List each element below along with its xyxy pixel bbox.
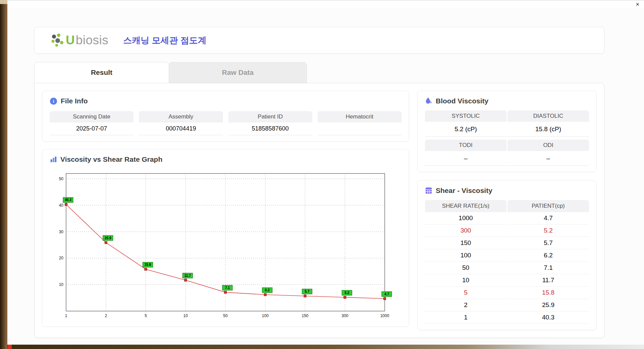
svg-text:1000: 1000 <box>380 313 389 318</box>
blood-viscosity-grid: SYSTOLICDIASTOLIC5.2 (cP)15.8 (cP)TODIOD… <box>425 110 589 166</box>
svg-text:4.7: 4.7 <box>384 292 389 296</box>
svg-text:5.7: 5.7 <box>305 290 310 293</box>
tab-result[interactable]: Result <box>34 62 169 83</box>
svg-text:10: 10 <box>183 313 188 318</box>
patient-cell: 4.7 <box>507 212 589 225</box>
logo-dots-icon <box>50 33 65 48</box>
table-row: 507.1 <box>425 262 589 274</box>
tab-bar: Result Raw Data <box>34 62 604 83</box>
bv-value-row: –– <box>425 151 589 166</box>
patient-cell: 5.7 <box>507 237 589 249</box>
bv-value-todi: – <box>425 151 506 166</box>
svg-text:50: 50 <box>59 177 64 181</box>
svg-text:i: i <box>53 99 54 104</box>
shear-rate-cell: 300 <box>425 225 506 237</box>
result-panel: i File Info Scanning Date2025-07-07Assem… <box>34 83 604 338</box>
desktop-edge-left <box>0 4 7 349</box>
desktop-edge-bottom <box>7 345 644 349</box>
field-value <box>318 122 401 135</box>
svg-text:100: 100 <box>262 313 269 318</box>
shear-viscosity-title: Shear - Viscosity <box>436 187 492 195</box>
droplet-icon <box>425 97 432 105</box>
logo-text-biosis: biosis <box>76 33 109 47</box>
ubiosis-logo: Ubiosis <box>50 33 108 48</box>
field-label: Scanning Date <box>50 111 133 122</box>
graph-card: Viscosity vs Shear Rate Graph 1020304050… <box>42 149 409 327</box>
table-row: 1006.2 <box>425 249 589 262</box>
blood-viscosity-card: Blood Viscosity SYSTOLICDIASTOLIC5.2 (cP… <box>417 91 597 172</box>
svg-text:25.9: 25.9 <box>105 236 111 240</box>
svg-text:30: 30 <box>59 230 64 234</box>
tab-raw-data[interactable]: Raw Data <box>169 62 307 83</box>
shear-viscosity-card: Shear - Viscosity SHEAR RATE(1/s)PATIENT… <box>417 180 597 330</box>
page-title: 스캐닝 모세관 점도계 <box>123 35 206 46</box>
shear-rate-cell: 5 <box>425 287 506 299</box>
viscosity-chart-svg: 10203040501251050100150300100040.325.915… <box>51 167 400 319</box>
bv-value-diastolic: 15.8 (cP) <box>507 122 589 137</box>
patient-cell: 11.7 <box>507 274 589 287</box>
shear-viscosity-header: Shear - Viscosity <box>425 187 589 195</box>
bv-label-row: TODIODI <box>425 140 589 151</box>
field-value: 000704419 <box>139 122 223 135</box>
table-header-row: SHEAR RATE(1/s)PATIENT(cp) <box>425 200 589 212</box>
desktop-artifact <box>8 345 12 349</box>
bv-value-row: 5.2 (cP)15.8 (cP) <box>425 122 589 137</box>
table-row: 1011.7 <box>425 274 589 287</box>
patient-cell: 40.3 <box>507 311 589 324</box>
column-header-patient-cp: PATIENT(cp) <box>507 200 589 212</box>
field-label: Patient ID <box>228 111 312 122</box>
graph-header: Viscosity vs Shear Rate Graph <box>50 155 401 163</box>
bv-label-todi: TODI <box>425 140 506 151</box>
svg-text:1: 1 <box>65 313 67 318</box>
shear-rate-cell: 100 <box>425 249 506 262</box>
file-info-card: i File Info Scanning Date2025-07-07Assem… <box>42 91 409 142</box>
table-row: 3005.2 <box>425 225 589 237</box>
bv-value-odi: – <box>507 151 589 166</box>
file-info-field-patient-id: Patient ID51858587600 <box>228 111 312 135</box>
bv-label-diastolic: DIASTOLIC <box>507 110 589 122</box>
patient-cell: 25.9 <box>507 299 589 311</box>
bv-value-systolic: 5.2 (cP) <box>425 122 506 137</box>
svg-text:50: 50 <box>223 313 228 318</box>
file-info-field-assembly: Assembly000704419 <box>139 111 223 135</box>
file-info-fields: Scanning Date2025-07-07Assembly000704419… <box>50 111 401 135</box>
field-label: Hematocrit <box>318 111 401 122</box>
shear-rate-cell: 1 <box>425 311 506 324</box>
table-icon <box>425 187 432 194</box>
field-label: Assembly <box>139 111 223 122</box>
info-icon: i <box>50 97 57 105</box>
table-row: 140.3 <box>425 311 589 324</box>
field-value: 2025-07-07 <box>50 122 133 135</box>
desktop-edge-corner <box>0 0 7 4</box>
patient-cell: 6.2 <box>507 249 589 262</box>
svg-text:150: 150 <box>302 313 308 318</box>
svg-text:300: 300 <box>341 313 348 318</box>
svg-text:5: 5 <box>145 313 147 318</box>
file-info-title: File Info <box>61 97 88 105</box>
blood-viscosity-header: Blood Viscosity <box>425 97 589 105</box>
shear-rate-cell: 10 <box>425 274 506 287</box>
left-column: i File Info Scanning Date2025-07-07Assem… <box>42 91 409 330</box>
graph-title: Viscosity vs Shear Rate Graph <box>60 155 162 163</box>
file-info-field-hematocrit: Hematocrit <box>318 111 401 135</box>
patient-cell: 15.8 <box>507 287 589 299</box>
svg-text:40.3: 40.3 <box>65 198 71 202</box>
shear-rate-cell: 2 <box>425 299 506 311</box>
close-icon[interactable]: × <box>636 1 639 7</box>
column-header-shear-rate-1-s: SHEAR RATE(1/s) <box>425 200 506 212</box>
viscosity-chart: 10203040501251050100150300100040.325.915… <box>50 167 401 320</box>
shear-rate-cell: 50 <box>425 262 506 274</box>
table-row: 1505.7 <box>425 237 589 249</box>
svg-text:20: 20 <box>59 256 64 260</box>
app-header: Ubiosis 스캐닝 모세관 점도계 <box>34 27 604 54</box>
svg-text:7.1: 7.1 <box>225 286 230 290</box>
table-row: 515.8 <box>425 287 589 299</box>
shear-rate-cell: 1000 <box>425 212 506 225</box>
patient-cell: 7.1 <box>507 262 589 274</box>
bv-label-odi: ODI <box>507 140 589 151</box>
file-info-header: i File Info <box>50 97 401 105</box>
svg-text:2: 2 <box>105 313 107 318</box>
table-row: 10004.7 <box>425 212 589 225</box>
shear-viscosity-table: SHEAR RATE(1/s)PATIENT(cp)10004.73005.21… <box>425 200 589 324</box>
field-value: 51858587600 <box>228 122 312 135</box>
